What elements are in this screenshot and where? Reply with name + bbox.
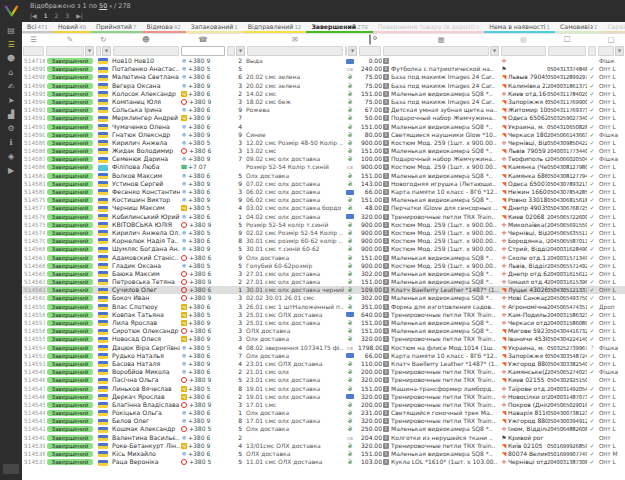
order-row[interactable]: 514589ЗавершенийКирилич Анжела❄+380 5312… (22, 139, 625, 147)
client-icon[interactable]: ☻ (112, 34, 180, 45)
order-row[interactable]: 514565ЗавершенийБаюка Максим+380 6327.01… (22, 270, 625, 278)
filter-input-3[interactable] (113, 46, 179, 56)
order-row[interactable]: 514559ЗавершенийВлас Слотюоуig+380 6326.… (22, 303, 625, 311)
tab-сервіси[interactable]: Сервіси0 (602, 22, 625, 33)
tab-всі[interactable]: Всі471 (22, 22, 53, 33)
page-button-2[interactable]: 2 (54, 12, 58, 19)
filter-input-12[interactable] (588, 46, 596, 56)
tab-повернення-товару-в-дорозі-[interactable]: Повернення товару (в дорозі)0 (373, 22, 485, 33)
filter-input-11[interactable] (548, 46, 586, 56)
order-row[interactable]: 514558ЗавершенийКовпак Татьянаig+380 532… (22, 311, 625, 319)
order-row[interactable]: 514582ЗавершенийВолков Максим❄+380 65Олх… (22, 172, 625, 180)
automation-icon[interactable]: ⚙ (4, 124, 18, 134)
tasks-icon[interactable]: ✍ (4, 82, 18, 92)
order-row[interactable]: 514594ЗавершенийКомпанец Юля+380 9318.02… (22, 98, 625, 106)
filter-input-1[interactable] (46, 46, 84, 56)
page-button-1[interactable]: 1 (44, 12, 48, 19)
filter-dropdown-icon[interactable]: ▼ (490, 46, 499, 56)
sidebar-collapse-button[interactable] (3, 464, 19, 474)
order-row[interactable]: 514577ЗавершенийЧерниш Максимig+380 5403… (22, 204, 625, 212)
last-page-button[interactable]: ▶| (76, 12, 83, 19)
order-row[interactable]: 514568ЗавершенийШумляс Богдана Ан..❄+380… (22, 245, 625, 253)
filter-input-6[interactable] (247, 46, 343, 56)
order-row[interactable]: 514590ЗавершенийГнатюк Олексндр❄+380 99С… (22, 131, 625, 139)
order-row[interactable]: 514542ЗавершенийКошмак Александр+380 55О… (22, 425, 625, 433)
tab-нема-в-наявності[interactable]: Нема в наявності1 (484, 22, 555, 33)
page-button-3[interactable]: 3 (65, 12, 69, 19)
filter-dropdown-icon[interactable]: ▼ (102, 46, 111, 56)
order-row[interactable]: 514549ЗавершенийВоробйов Микола❄+380 622… (22, 368, 625, 376)
source-icon[interactable]: ↻ (95, 34, 112, 45)
products-icon[interactable]: ▦ (382, 34, 500, 45)
filter-input-2[interactable] (96, 46, 101, 56)
order-id-icon[interactable]: ☰ (22, 34, 45, 45)
filter-input-5[interactable] (227, 46, 235, 56)
order-row[interactable]: 514599ЗавершенийПотапенко Анастас..❄+380… (22, 65, 625, 73)
dashboard-icon[interactable]: ▤ (4, 26, 18, 36)
order-row[interactable]: 514716ЗавершенийНов10 Нов10❄+380 92Выда0… (22, 57, 625, 65)
order-row[interactable]: 514538ЗавершенийКісь Михайло❄+380 65ОЛХ … (22, 450, 625, 458)
app-logo[interactable] (0, 0, 22, 20)
order-row[interactable]: 514540ЗавершенийВалентина Васильє..❄+380… (22, 434, 625, 442)
order-row[interactable]: 514543ЗавершенийБелов Олег❄+380 9817.01 … (22, 417, 625, 425)
filter-input-13[interactable] (598, 46, 614, 56)
tab-самовивіз[interactable]: Самовивіз2 (555, 22, 602, 33)
orders-icon[interactable]: ☰ (4, 40, 18, 50)
order-row[interactable]: 514570ЗавершенийКорнелюк Надія Та..❄+380… (22, 237, 625, 245)
bank-icon[interactable]: ⌂ (4, 68, 18, 78)
filter-input-7[interactable] (345, 46, 347, 56)
comment-icon[interactable]: ✉ (246, 34, 344, 45)
info-icon[interactable]: ℹ (4, 138, 18, 148)
payment-icon[interactable] (358, 34, 382, 45)
order-row[interactable]: 514539ЗавершенийРоке-Бетанкурт Лін..ig+3… (22, 442, 625, 450)
order-row[interactable]: 514545ЗавершенийБлаґінна Владіслава+380 … (22, 401, 625, 409)
filter-dropdown-icon[interactable]: ▼ (348, 46, 357, 56)
tab-запакований[interactable]: Запакований1 (186, 22, 243, 33)
order-row[interactable]: 514580ЗавершенийФесенко Константин❄+380 … (22, 188, 625, 196)
filter-input-0[interactable] (23, 46, 44, 56)
tags-icon[interactable]: ▢ (597, 34, 625, 45)
order-row[interactable]: 514598ЗавершенийМалютина Светлана❄+380 6… (22, 73, 625, 81)
order-row[interactable]: 514596ЗавершенийВегера Оксана❄+380 9320.… (22, 82, 625, 90)
status-icon[interactable]: ✎ (45, 34, 95, 45)
order-row[interactable]: 514544ЗавершенийРокіцька Ольга❄+380 61Ол… (22, 409, 625, 417)
order-row[interactable]: 514581ЗавершенийУстинов Сергей❄+380 9907… (22, 180, 625, 188)
order-row[interactable]: 514546ЗавершенийДеркач Ярославig+380 621… (22, 393, 625, 401)
filter-dropdown-icon[interactable]: ▼ (85, 46, 94, 56)
order-row[interactable]: 514547ЗавершенийЛиньков Вячеславig+380 5… (22, 385, 625, 393)
order-row[interactable]: 514560ЗавершенийБокоч Иван+380 9302.02 3… (22, 294, 625, 302)
order-row[interactable]: 514575ЗавершенийКВІТОВСЬКА ЮЛІЯ+380 95Ро… (22, 221, 625, 229)
chevron-down-icon[interactable]: ▾ (109, 3, 112, 9)
tab-відмова[interactable]: Відмова42 (142, 22, 186, 33)
filter-input-9[interactable] (383, 46, 489, 56)
order-row[interactable]: 514567ЗавершенийАдамовский Станіс..+380 … (22, 254, 625, 262)
filter-dropdown-icon[interactable]: ▼ (236, 46, 245, 56)
order-row[interactable]: 514592ЗавершенийМерклингер Андрейig+380 … (22, 114, 625, 122)
filter-input-10[interactable] (501, 46, 546, 56)
order-row[interactable]: 514566ЗавершенийГладик Оксана❄+380 55Гол… (22, 262, 625, 270)
order-row[interactable]: 514556ЗавершенийСиротюк Олександр+380 63… (22, 327, 625, 335)
marketing-icon[interactable]: ➤ (4, 96, 18, 106)
order-row[interactable]: 514579ЗавершенийКостишин Виктор❄+380 990… (22, 196, 625, 204)
stats-icon[interactable]: ▟ (4, 110, 18, 120)
clients-icon[interactable]: ☻ (4, 54, 18, 64)
order-row[interactable]: 514561ЗавершенийСучилов Олег+380 6130.01… (22, 286, 625, 294)
support-icon[interactable]: ◈ (4, 152, 18, 162)
first-page-button[interactable]: |◀ (30, 12, 37, 19)
order-row[interactable]: 514554ЗавершенийДацюк Віра Сергіївна❄+38… (22, 344, 625, 352)
order-row[interactable]: 514595ЗавершенийКолосок Александрig+380 … (22, 90, 625, 98)
tab-прийнятий[interactable]: Прийнятий7 (91, 22, 142, 33)
order-row[interactable]: 514576ЗавершенийКобилинський Юрий❄+380 6… (22, 213, 625, 221)
page-size-dropdown[interactable]: 50 (99, 2, 107, 10)
tab-відправлений[interactable]: Відправлений12 (243, 22, 307, 33)
order-row[interactable]: 514563ЗавершенийПетровська Тетяна+380 92… (22, 278, 625, 286)
order-row[interactable]: 514588ЗавершенийЖидак Володимир+380 6313… (22, 147, 625, 155)
video-icon[interactable]: ▶ (4, 166, 18, 176)
order-row[interactable]: 514593ЗавершенийСольська Ірина❄+380 69Ро… (22, 106, 625, 114)
tab-завершений[interactable]: Завершений278 (306, 22, 372, 33)
phone-icon[interactable]: ☎ (180, 34, 226, 45)
order-row[interactable]: 514555ЗавершенийНовосад Олесяig+380 93Ол… (22, 335, 625, 343)
order-row[interactable]: 514587ЗавершенийСеменюк Дарина❄+380 9709… (22, 155, 625, 163)
order-row[interactable]: 514591ЗавершенийЧумаченко Олена❄+380 64₴… (22, 123, 625, 131)
order-row[interactable]: 514574ЗавершенийКирилич Анжела Ол..❄+380… (22, 229, 625, 237)
